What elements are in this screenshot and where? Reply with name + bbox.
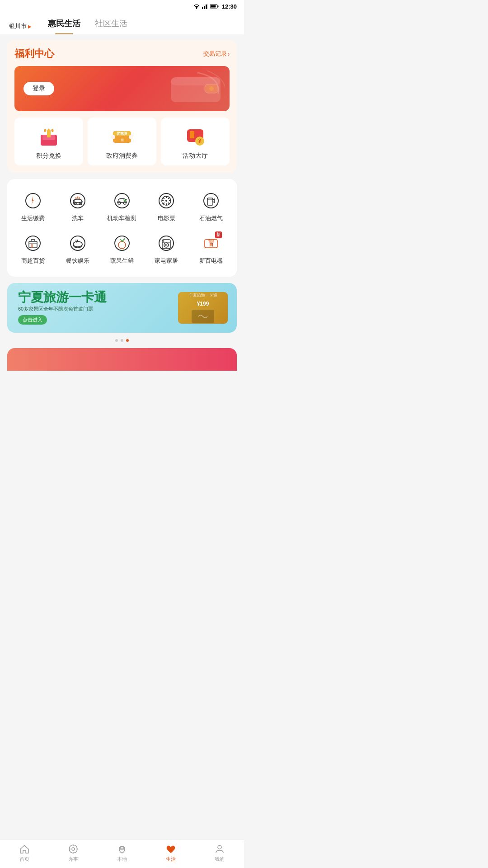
wallet-decoration: [166, 71, 225, 107]
svg-point-62: [165, 244, 167, 246]
city-arrow-icon: ▶: [28, 24, 32, 29]
supermarket-icon: [23, 233, 43, 253]
svg-rect-7: [211, 5, 216, 8]
svg-point-35: [118, 202, 121, 204]
service-restaurant[interactable]: 餐饮娱乐: [57, 229, 99, 269]
svg-text:¥: ¥: [198, 138, 202, 144]
travel-cta-button[interactable]: 点击进入: [18, 315, 47, 325]
svg-text:电器: 电器: [208, 239, 214, 242]
svg-point-0: [196, 8, 197, 9]
service-gas[interactable]: 石油燃气: [190, 186, 232, 227]
activity-label: 活动大厅: [183, 152, 208, 160]
status-bar: 12:30: [0, 0, 244, 13]
city-selector[interactable]: 银川市 ▶: [9, 22, 32, 30]
service-life-pay[interactable]: 生活缴费: [12, 186, 54, 227]
svg-point-55: [73, 241, 82, 247]
service-car-check[interactable]: 机动车检测: [101, 186, 143, 227]
svg-point-54: [70, 236, 85, 250]
travel-card-price: ¥199: [197, 298, 209, 308]
svg-point-11: [209, 86, 214, 91]
battery-icon: [210, 4, 219, 9]
service-row-1: 生活缴费 洗车: [11, 186, 233, 227]
jifen-label: 积分兑换: [36, 152, 61, 160]
travel-price-number: 199: [200, 301, 209, 307]
travel-sub-text: 60多家景区全年不限次免首道门票: [18, 306, 107, 312]
appliance-label: 家电家居: [155, 257, 178, 265]
welfare-card: 福利中心 交易记录 › 登录: [7, 40, 237, 173]
banner-dot-2[interactable]: [121, 339, 123, 342]
svg-line-45: [169, 203, 170, 204]
welfare-item-jifen[interactable]: 积分兑换: [14, 118, 83, 165]
record-arrow-icon: ›: [228, 51, 230, 57]
coupon-label: 政府消费券: [106, 152, 138, 160]
svg-line-44: [163, 198, 164, 199]
svg-rect-6: [217, 5, 218, 7]
activity-icon: ¥: [183, 125, 207, 148]
tab-huimin[interactable]: 惠民生活: [41, 18, 88, 34]
life-pay-icon: [23, 191, 43, 211]
svg-point-63: [163, 241, 164, 242]
banner-dot-1[interactable]: [115, 339, 118, 342]
xinbai-icon-wrap: 百 电器 新: [201, 233, 221, 253]
svg-rect-53: [31, 244, 33, 248]
movie-icon: [156, 191, 176, 211]
svg-point-39: [165, 200, 167, 202]
wifi-icon: [193, 4, 200, 9]
grocery-icon: [112, 233, 132, 253]
restaurant-icon: [68, 233, 88, 253]
service-row-2: 商超百货 餐饮娱乐: [11, 229, 233, 269]
tab-shequ[interactable]: 社区生活: [88, 18, 135, 34]
coupon-icon: 优惠券 领: [110, 125, 134, 148]
svg-rect-49: [207, 198, 213, 205]
svg-point-15: [47, 129, 51, 133]
svg-point-32: [77, 197, 78, 198]
welfare-title: 福利中心: [14, 47, 54, 61]
travel-banner[interactable]: 宁夏旅游一卡通 60多家景区全年不限次免首道门票 点击进入 宁夏旅游一卡通 ¥1…: [7, 283, 237, 333]
welfare-items: 积分兑换 优惠券 领 政府消费券: [14, 118, 230, 165]
svg-rect-2: [204, 6, 205, 9]
tab-header: 银川市 ▶ 惠民生活 社区生活: [0, 13, 244, 34]
restaurant-label: 餐饮娱乐: [66, 257, 89, 265]
car-check-icon: [112, 191, 132, 211]
status-time: 12:30: [222, 3, 237, 10]
status-icons: [193, 4, 219, 9]
gas-label: 石油燃气: [199, 214, 223, 222]
svg-text:百: 百: [208, 241, 214, 247]
travel-card-image: 宁夏旅游一卡通 ¥199: [178, 292, 228, 324]
car-wash-label: 洗车: [72, 214, 84, 222]
banner-dot-3[interactable]: [126, 339, 129, 342]
service-grocery[interactable]: 蔬果生鲜: [101, 229, 143, 269]
svg-point-33: [79, 198, 80, 199]
tabs: 惠民生活 社区生活: [41, 18, 135, 34]
svg-line-47: [163, 203, 164, 204]
svg-text:优惠券: 优惠券: [116, 132, 128, 136]
welfare-item-coupon[interactable]: 优惠券 领 政府消费券: [88, 118, 156, 165]
xinbai-label: 新百电器: [199, 257, 223, 265]
supermarket-label: 商超百货: [21, 257, 45, 265]
service-grid: 生活缴费 洗车: [7, 179, 237, 277]
welfare-record-link[interactable]: 交易记录 ›: [203, 50, 230, 58]
main-content: 福利中心 交易记录 › 登录: [0, 34, 244, 412]
life-pay-label: 生活缴费: [21, 214, 45, 222]
svg-text:领: 领: [121, 138, 124, 142]
service-supermarket[interactable]: 商超百货: [12, 229, 54, 269]
service-car-wash[interactable]: 洗车: [57, 186, 99, 227]
banner-section: 宁夏旅游一卡通 60多家景区全年不限次免首道门票 点击进入 宁夏旅游一卡通 ¥1…: [7, 283, 237, 333]
new-badge: 新: [215, 231, 222, 238]
svg-point-61: [164, 243, 169, 247]
svg-point-34: [115, 193, 129, 208]
svg-line-46: [169, 198, 170, 199]
city-label: 银川市: [9, 22, 27, 30]
svg-point-58: [118, 241, 126, 249]
svg-point-48: [204, 193, 218, 208]
movie-label: 电影票: [158, 214, 175, 222]
login-button[interactable]: 登录: [23, 82, 54, 95]
service-movie[interactable]: 电影票: [145, 186, 187, 227]
service-appliance[interactable]: 家电家居: [145, 229, 187, 269]
svg-rect-3: [206, 5, 207, 9]
svg-rect-1: [202, 7, 203, 9]
service-xinbai[interactable]: 百 电器 新 新百电器: [190, 229, 232, 269]
welfare-item-activity[interactable]: ¥ 活动大厅: [161, 118, 230, 165]
svg-point-57: [115, 236, 129, 250]
svg-point-20: [111, 135, 115, 139]
